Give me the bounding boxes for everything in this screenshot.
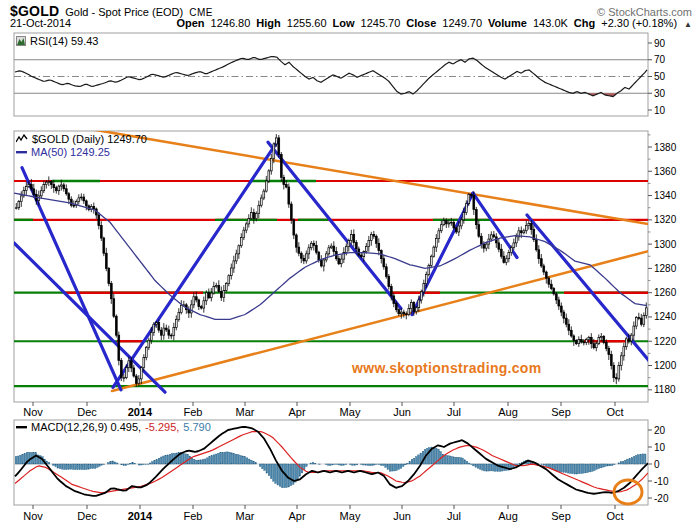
x-axis-label: Jun bbox=[393, 406, 411, 418]
price-legend: $GOLD (Daily) 1249.70 bbox=[16, 133, 147, 145]
x-axis-label: Sep bbox=[551, 510, 571, 522]
macd-legend: MACD(12,26,9) 0.495, -5.295, 5.790 bbox=[16, 421, 211, 433]
x-axis-label: Jul bbox=[447, 406, 461, 418]
x-axis-label: Apr bbox=[288, 406, 305, 418]
x-axis-label: Dec bbox=[77, 406, 97, 418]
x-axis-label: Dec bbox=[77, 510, 97, 522]
macd-y-axis-label: 0 bbox=[654, 459, 660, 470]
x-axis-label: Mar bbox=[236, 510, 255, 522]
ohlc-quote: Open 1246.80 High 1255.60 Low 1245.70 Cl… bbox=[176, 17, 692, 29]
x-axis-label: Sep bbox=[551, 406, 571, 418]
change-label: Chg bbox=[574, 17, 595, 29]
x-axis-label: Jul bbox=[447, 510, 461, 522]
x-axis-label: Mar bbox=[236, 406, 255, 418]
x-axis-label: Apr bbox=[288, 510, 305, 522]
price-y-axis-label: 1340 bbox=[654, 190, 677, 201]
high-value: 1255.60 bbox=[287, 17, 327, 29]
stockcharts-gold-chart: 9070503010138013601340132013001280126012… bbox=[0, 0, 700, 530]
price-y-axis-label: 1280 bbox=[654, 263, 677, 274]
price-y-axis-label: 1220 bbox=[654, 336, 677, 347]
rsi-y-axis-label: 70 bbox=[654, 54, 666, 65]
x-axis-label: Feb bbox=[184, 406, 203, 418]
candlestick-series bbox=[15, 134, 647, 387]
macd-y-axis-label: 20 bbox=[654, 425, 666, 436]
low-value: 1245.70 bbox=[361, 17, 401, 29]
close-label: Close bbox=[406, 17, 436, 29]
panel-border bbox=[14, 33, 648, 116]
price-y-axis-label: 1240 bbox=[654, 311, 677, 322]
macd-legend-main: MACD(12,26,9) 0.495, bbox=[31, 421, 141, 433]
volume-label: Volume bbox=[488, 17, 527, 29]
macd-y-axis-label: -20 bbox=[654, 493, 669, 504]
price-series-icon bbox=[16, 134, 28, 144]
macd-line-icon bbox=[16, 425, 27, 429]
rsi-y-axis-label: 50 bbox=[654, 71, 666, 82]
macd-y-axis-label: 10 bbox=[654, 442, 666, 453]
open-value: 1246.80 bbox=[211, 17, 251, 29]
x-axis-label: Nov bbox=[23, 510, 43, 522]
price-y-axis-label: 1320 bbox=[654, 214, 677, 225]
macd-histogram bbox=[15, 447, 646, 488]
ma50-line-series bbox=[14, 193, 647, 319]
close-value: 1249.70 bbox=[442, 17, 482, 29]
rsi-y-axis-label: 90 bbox=[654, 38, 666, 49]
rsi-y-axis-label: 10 bbox=[654, 105, 666, 116]
ma50-line-icon bbox=[16, 150, 27, 154]
ma50-legend-label: MA(50) 1249.25 bbox=[31, 146, 110, 158]
high-label: High bbox=[256, 17, 280, 29]
x-axis-label: May bbox=[340, 510, 361, 522]
rsi-legend-label: RSI(14) 59.43 bbox=[30, 35, 98, 47]
price-legend-label: $GOLD (Daily) 1249.70 bbox=[32, 133, 147, 145]
x-axis-label: 2014 bbox=[128, 406, 153, 418]
x-axis-label: Oct bbox=[606, 510, 623, 522]
x-axis-label: Aug bbox=[498, 510, 518, 522]
change-up-arrow: ▲ bbox=[684, 20, 692, 29]
orange-trendline-0 bbox=[60, 124, 652, 225]
quote-date: 21-Oct-2014 bbox=[10, 17, 71, 29]
quote-row: 21-Oct-2014 Open 1246.80 High 1255.60 Lo… bbox=[10, 17, 692, 29]
rsi-legend: RSI(14) 59.43 bbox=[16, 35, 98, 47]
macd-y-axis-label: -10 bbox=[654, 476, 669, 487]
x-axis-label: Nov bbox=[23, 406, 43, 418]
x-axis-label: May bbox=[340, 406, 361, 418]
macd-legend-hist: 5.790 bbox=[183, 421, 211, 433]
x-axis-label: Jun bbox=[393, 510, 411, 522]
blue-trendline-4 bbox=[113, 142, 277, 387]
x-axis-label: Feb bbox=[184, 510, 203, 522]
blue-trendline-5 bbox=[268, 142, 401, 308]
x-axis-label: Oct bbox=[606, 406, 623, 418]
chart-canvas: 9070503010138013601340132013001280126012… bbox=[0, 0, 700, 530]
volume-value: 143.0K bbox=[533, 17, 568, 29]
price-y-axis-label: 1360 bbox=[654, 166, 677, 177]
price-y-axis-label: 1180 bbox=[654, 384, 676, 395]
price-y-axis-label: 1260 bbox=[654, 287, 677, 298]
ma50-legend: MA(50) 1249.25 bbox=[16, 146, 110, 158]
open-label: Open bbox=[176, 17, 204, 29]
price-y-axis-label: 1200 bbox=[654, 360, 677, 371]
price-y-axis-label: 1300 bbox=[654, 239, 677, 250]
change-value: +2.30 (+0.18%) bbox=[601, 17, 677, 29]
price-y-axis-label: 1380 bbox=[654, 142, 677, 153]
rsi-y-axis-label: 30 bbox=[654, 88, 666, 99]
rsi-indicator-icon bbox=[16, 36, 26, 46]
macd-legend-signal: -5.295, bbox=[145, 421, 179, 433]
low-label: Low bbox=[333, 17, 355, 29]
watermark-link: www.skoptionstrading.com bbox=[352, 360, 541, 376]
x-axis-label: Aug bbox=[498, 406, 518, 418]
x-axis-label: 2014 bbox=[128, 510, 153, 522]
